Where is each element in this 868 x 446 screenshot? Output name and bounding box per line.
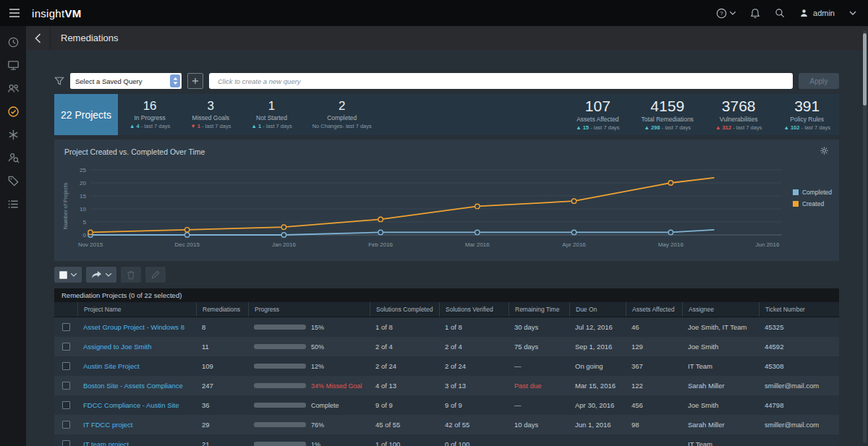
chevron-down-icon — [71, 273, 77, 277]
notifications-button[interactable] — [750, 8, 760, 19]
stat-value: 2 — [312, 100, 372, 112]
stat-label: Not Started — [251, 114, 292, 121]
column-header[interactable]: Remaining Time — [509, 302, 569, 317]
row-checkbox[interactable] — [62, 362, 70, 370]
row-checkbox[interactable] — [62, 421, 70, 429]
checkbox-icon — [59, 271, 67, 279]
share-dropdown[interactable] — [86, 267, 116, 283]
progress-track — [254, 325, 306, 330]
svg-text:20: 20 — [80, 180, 86, 186]
line-chart: 0510152025Nov 2015Dec 2015Jan 2016Feb 20… — [60, 163, 833, 255]
column-header[interactable]: Assets Affected — [626, 302, 682, 317]
sidebar-item-users[interactable] — [0, 77, 26, 100]
stat-sub: ▲ 298 - last 7 days — [642, 124, 694, 131]
delete-button[interactable] — [121, 267, 141, 283]
legend-label: Created — [802, 200, 824, 207]
cell-assignee: IT Team — [682, 362, 759, 370]
row-checkbox[interactable] — [62, 382, 70, 390]
stat-sub: ▲ 312 - last 7 days — [715, 124, 762, 131]
progress-track — [254, 383, 306, 388]
row-checkbox[interactable] — [62, 343, 70, 351]
column-header[interactable]: Solutions Verified — [439, 302, 509, 317]
save-query-button[interactable] — [187, 73, 203, 89]
header-checkbox-col — [54, 302, 77, 317]
chart-title: Project Created vs. Completed Over Time — [64, 147, 205, 156]
sidebar-item-tags[interactable] — [0, 169, 26, 192]
projects-count-tile[interactable]: 22 Projects — [54, 94, 118, 135]
column-header[interactable]: Assignee — [682, 302, 759, 317]
chart-legend: CompletedCreated — [793, 189, 832, 207]
stat-value: 107 — [576, 98, 619, 113]
project-name-link[interactable]: FDCC Compliance - Austin Site — [83, 401, 179, 409]
edit-button[interactable] — [145, 267, 166, 283]
search-icon — [775, 8, 785, 18]
user-icon — [799, 8, 809, 18]
svg-text:?: ? — [720, 10, 723, 17]
sidebar-item-assets[interactable] — [0, 53, 26, 77]
user-name: admin — [813, 9, 835, 17]
column-header[interactable]: Due On — [569, 302, 626, 317]
project-name-link[interactable]: IT FDCC project — [83, 421, 132, 429]
column-header[interactable]: Project Name — [77, 302, 196, 317]
cell-progress: 12% — [248, 363, 370, 370]
project-name-link[interactable]: Austin Site Project — [83, 362, 140, 370]
back-button[interactable] — [26, 26, 51, 50]
cell-remediations: 29 — [196, 421, 248, 429]
help-button[interactable]: ? — [716, 8, 736, 19]
project-name-link[interactable]: IT team project — [83, 440, 129, 446]
cell-progress: 76% — [248, 421, 370, 429]
summary-stats: 22 Projects 16In Progress▲ 4 - last 7 da… — [54, 94, 839, 135]
project-name-link[interactable]: Assigned to Joe Smith — [83, 343, 152, 351]
column-header[interactable]: Remediations — [196, 302, 248, 317]
logo-insight: insight — [32, 7, 64, 20]
stat-value: 391 — [783, 98, 830, 113]
stat-label: Assets Affected — [576, 116, 619, 123]
scrollbar-track[interactable] — [863, 30, 867, 443]
cell-remediations: 11 — [196, 343, 248, 351]
user-menu[interactable]: admin — [799, 8, 835, 18]
row-checkbox[interactable] — [62, 323, 70, 331]
legend-swatch — [793, 189, 799, 195]
progress-track — [254, 422, 306, 427]
progress-track — [254, 344, 306, 349]
sidebar-item-discovery[interactable] — [0, 146, 26, 169]
user-menu-caret-icon[interactable] — [849, 11, 856, 15]
legend-swatch — [793, 201, 799, 207]
progress-track — [254, 403, 306, 408]
chevron-left-icon — [35, 33, 41, 43]
svg-text:Number of Projects: Number of Projects — [62, 183, 69, 229]
apply-button[interactable]: Apply — [799, 73, 839, 89]
stat-value: 4159 — [642, 98, 694, 113]
table-title: Remediation Projects (0 of 22 selected) — [54, 288, 839, 302]
scrollbar-thumb[interactable] — [863, 33, 867, 106]
row-checkbox[interactable] — [62, 440, 70, 446]
stat-sub: ▲ 15 - last 7 days — [576, 124, 619, 131]
sidebar-item-history[interactable] — [0, 30, 26, 53]
project-name-link[interactable]: Boston Site - Assets Compliance — [83, 382, 183, 390]
cell-solutions-verified: 9 of 9 — [439, 401, 509, 409]
main-area: Select a Saved Query Apply 22 Projects 1… — [26, 50, 868, 446]
cell-ticket-number: 44592 — [759, 343, 839, 351]
progress-label: 34% Missed Goal — [311, 382, 362, 390]
progress-track — [254, 442, 306, 446]
sidebar-item-automation[interactable] — [0, 123, 26, 146]
chevron-down-icon — [106, 273, 111, 277]
cell-remediations: 21 — [196, 440, 248, 446]
sidebar-item-reports[interactable] — [0, 192, 26, 215]
sidebar-item-remediations[interactable] — [0, 100, 26, 123]
query-input[interactable] — [216, 77, 786, 86]
search-button[interactable] — [775, 8, 785, 18]
saved-query-select[interactable]: Select a Saved Query — [70, 73, 182, 89]
row-checkbox[interactable] — [62, 401, 70, 409]
project-name-link[interactable]: Asset Group Project - Windows 8 — [83, 323, 184, 331]
select-all-dropdown[interactable] — [54, 267, 82, 283]
topbar: insightVM ? admin — [0, 0, 868, 26]
legend-item: Completed — [793, 189, 832, 196]
column-header[interactable]: Progress — [248, 302, 370, 317]
chart-settings-gear-icon[interactable] — [820, 145, 829, 158]
sidebar — [0, 26, 26, 446]
hamburger-menu-icon[interactable] — [0, 8, 29, 18]
column-header[interactable]: Solutions Completed — [370, 302, 439, 317]
share-icon — [91, 270, 102, 279]
column-header[interactable]: Ticket Number — [759, 302, 839, 317]
